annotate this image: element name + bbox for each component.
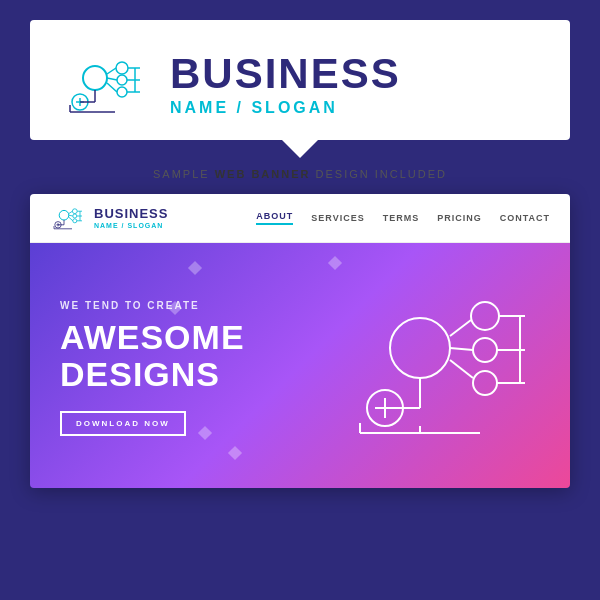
svg-point-19 xyxy=(72,209,77,214)
svg-line-22 xyxy=(69,211,73,213)
nav-logo-area: BUSINESS NAME / SLOGAN xyxy=(50,204,168,232)
middle-label: SAMPLE WEB BANNER DESIGN INCLUDED xyxy=(153,168,447,180)
svg-line-42 xyxy=(450,360,473,378)
hero-text: WE TEND TO CREATE AWESOME DESIGNS DOWNLO… xyxy=(60,300,340,437)
nav-link-services[interactable]: SERVICES xyxy=(311,213,364,223)
hero-subtitle: WE TEND TO CREATE xyxy=(60,300,340,311)
hero-icon-area xyxy=(340,278,540,458)
business-name-large: BUSINESS xyxy=(170,53,401,95)
svg-point-36 xyxy=(390,318,450,378)
diamond-deco-1 xyxy=(188,261,202,275)
business-tagline-large: NAME / SLOGAN xyxy=(170,99,401,117)
nav-business-text: BUSINESS NAME / SLOGAN xyxy=(94,207,168,228)
svg-line-24 xyxy=(69,217,73,221)
svg-point-21 xyxy=(73,219,77,223)
middle-label-text: SAMPLE WEB BANNER DESIGN INCLUDED xyxy=(153,168,447,180)
nav-link-contact[interactable]: CONTACT xyxy=(500,213,550,223)
svg-line-4 xyxy=(107,68,116,74)
svg-point-1 xyxy=(116,62,128,74)
svg-line-6 xyxy=(107,83,117,92)
outer-wrapper: BUSINESS NAME / SLOGAN SAMPLE WEB BANNER… xyxy=(0,0,600,600)
logo-icon-large xyxy=(60,50,150,120)
top-banner: BUSINESS NAME / SLOGAN xyxy=(30,20,570,140)
website-preview: BUSINESS NAME / SLOGAN ABOUT SERVICES TE… xyxy=(30,194,570,488)
nav-business-slogan: NAME / SLOGAN xyxy=(94,222,168,229)
svg-point-20 xyxy=(73,214,77,218)
svg-point-39 xyxy=(473,371,497,395)
svg-point-3 xyxy=(117,87,127,97)
svg-line-23 xyxy=(69,215,73,216)
svg-point-2 xyxy=(117,75,127,85)
svg-line-40 xyxy=(450,320,471,336)
hero-cta-button[interactable]: DOWNLOAD NOW xyxy=(60,411,186,436)
logo-icon-small xyxy=(50,204,86,232)
nav-link-terms[interactable]: TERMS xyxy=(383,213,420,223)
svg-point-38 xyxy=(473,338,497,362)
nav-link-pricing[interactable]: PRICING xyxy=(437,213,482,223)
business-text-large: BUSINESS NAME / SLOGAN xyxy=(170,53,401,117)
svg-point-37 xyxy=(471,302,499,330)
nav-link-about[interactable]: ABOUT xyxy=(256,211,293,225)
nav-links: ABOUT SERVICES TERMS PRICING CONTACT xyxy=(256,211,550,225)
nav-bar: BUSINESS NAME / SLOGAN ABOUT SERVICES TE… xyxy=(30,194,570,243)
svg-line-41 xyxy=(450,348,473,350)
svg-point-18 xyxy=(59,210,69,220)
hero-section: WE TEND TO CREATE AWESOME DESIGNS DOWNLO… xyxy=(30,243,570,488)
diamond-deco-5 xyxy=(328,256,342,270)
diamond-deco-3 xyxy=(228,446,242,460)
hero-title: AWESOME DESIGNS xyxy=(60,319,340,394)
nav-business-name: BUSINESS xyxy=(94,207,168,221)
svg-line-5 xyxy=(107,78,117,80)
svg-point-0 xyxy=(83,66,107,90)
